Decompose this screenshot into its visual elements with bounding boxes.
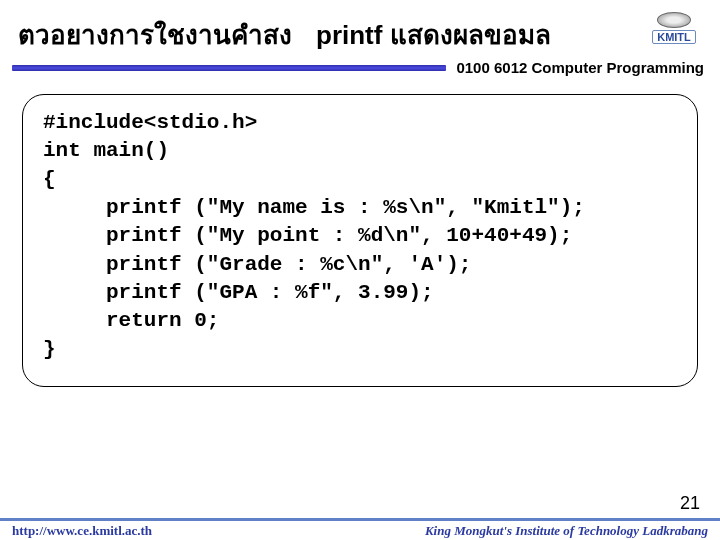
kmitl-logo: KMITL bbox=[642, 6, 706, 50]
title-left: ตวอยางการใชงานคำสง bbox=[18, 14, 292, 55]
divider-line bbox=[12, 65, 446, 71]
footer-url: http://www.ce.kmitl.ac.th bbox=[12, 523, 152, 539]
code-line: printf ("My name is : %s\n", "Kmitl"); bbox=[43, 196, 585, 219]
footer: http://www.ce.kmitl.ac.th King Mongkut's… bbox=[0, 518, 720, 540]
code-line: } bbox=[43, 338, 56, 361]
slide: ตวอยางการใชงานคำสง printf แสดงผลขอมล KMI… bbox=[0, 0, 720, 540]
code-box: #include<stdio.h> int main() { printf ("… bbox=[22, 94, 698, 387]
code-line: { bbox=[43, 168, 56, 191]
footer-institution: King Mongkut's Institute of Technology L… bbox=[425, 523, 708, 539]
page-number: 21 bbox=[680, 493, 700, 514]
slide-header: ตวอยางการใชงานคำสง printf แสดงผลขอมล bbox=[0, 0, 720, 59]
code-line: #include<stdio.h> bbox=[43, 111, 257, 134]
code-line: return 0; bbox=[43, 309, 219, 332]
course-label: 0100 6012 Computer Programming bbox=[456, 59, 704, 76]
code-line: int main() bbox=[43, 139, 169, 162]
title-printf: printf bbox=[316, 20, 382, 50]
code-line: printf ("Grade : %c\n", 'A'); bbox=[43, 253, 471, 276]
title-rest: แสดงผลขอมล bbox=[382, 20, 550, 50]
code-line: printf ("My point : %d\n", 10+40+49); bbox=[43, 224, 572, 247]
code-line: printf ("GPA : %f", 3.99); bbox=[43, 281, 434, 304]
divider-row: 0100 6012 Computer Programming bbox=[0, 59, 720, 76]
logo-text: KMITL bbox=[652, 30, 696, 44]
title-right: printf แสดงผลขอมล bbox=[316, 14, 551, 55]
globe-icon bbox=[657, 12, 691, 28]
